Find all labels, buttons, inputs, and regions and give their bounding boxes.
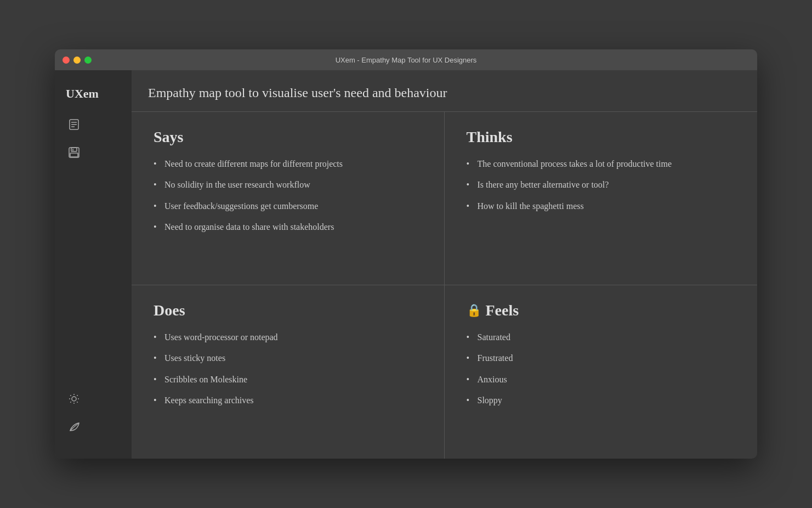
thinks-list: The conventional process takes a lot of … (467, 158, 736, 212)
does-quadrant: Does Uses word-processor or notepad Uses… (132, 285, 445, 459)
list-item: The conventional process takes a lot of … (467, 158, 736, 170)
list-item: Need to create different maps for differ… (154, 158, 422, 170)
app-logo: UXem (55, 81, 132, 112)
maximize-button[interactable] (84, 57, 92, 64)
feels-title: Feels (486, 302, 519, 319)
svg-line-13 (70, 395, 71, 396)
says-quadrant: Says Need to create different maps for d… (132, 112, 445, 285)
says-list: Need to create different maps for differ… (154, 158, 422, 234)
leaf-icon[interactable] (55, 414, 132, 442)
says-title: Says (154, 128, 422, 146)
does-list: Uses word-processor or notepad Uses stic… (154, 331, 422, 407)
app-header: Empathy map tool to visualise user's nee… (132, 70, 757, 112)
list-item: Uses word-processor or notepad (154, 331, 422, 343)
list-item: Is there any better alternative or tool? (467, 179, 736, 191)
window-title: UXem - Empathy Map Tool for UX Designers (336, 56, 477, 64)
list-item: Saturated (467, 331, 736, 343)
lock-icon: 🔒 (467, 303, 481, 318)
brightness-icon[interactable] (55, 386, 132, 414)
list-item: Anxious (467, 374, 736, 386)
list-item: Need to organise data to share with stak… (154, 221, 422, 233)
list-item: How to kill the spaghetti mess (467, 200, 736, 212)
list-item: No solidity in the user research workflo… (154, 179, 422, 191)
list-item: User feedback/suggestions get cumbersome (154, 200, 422, 212)
save-icon[interactable] (55, 140, 132, 168)
minimize-button[interactable] (73, 57, 81, 64)
main-content: Empathy map tool to visualise user's nee… (132, 70, 757, 459)
app-window: UXem - Empathy Map Tool for UX Designers… (55, 49, 757, 459)
thinks-quadrant: Thinks The conventional process takes a … (445, 112, 758, 285)
document-icon[interactable] (55, 112, 132, 140)
app-body: UXem (55, 70, 757, 459)
feels-title-wrapper: 🔒 Feels (467, 302, 736, 319)
thinks-title: Thinks (467, 128, 736, 146)
list-item: Frustrated (467, 352, 736, 364)
quadrant-grid: Says Need to create different maps for d… (132, 112, 757, 459)
list-item: Scribbles on Moleskine (154, 374, 422, 386)
does-title: Does (154, 302, 422, 319)
svg-line-14 (77, 402, 77, 402)
feels-list: Saturated Frustrated Anxious Sloppy (467, 331, 736, 407)
svg-rect-6 (70, 153, 78, 157)
titlebar: UXem - Empathy Map Tool for UX Designers (55, 49, 757, 70)
traffic-lights (63, 57, 92, 64)
close-button[interactable] (63, 57, 70, 64)
svg-rect-5 (71, 148, 77, 151)
svg-line-15 (77, 395, 77, 396)
list-item: Uses sticky notes (154, 352, 422, 364)
list-item: Keeps searching archives (154, 394, 422, 407)
list-item: Sloppy (467, 394, 736, 407)
svg-line-16 (70, 402, 71, 402)
svg-point-8 (72, 397, 76, 401)
feels-quadrant: 🔒 Feels Saturated Frustrated Anxious Slo… (445, 285, 758, 459)
app-header-title: Empathy map tool to visualise user's nee… (148, 86, 741, 100)
sidebar: UXem (55, 70, 132, 459)
sidebar-bottom (55, 386, 132, 448)
